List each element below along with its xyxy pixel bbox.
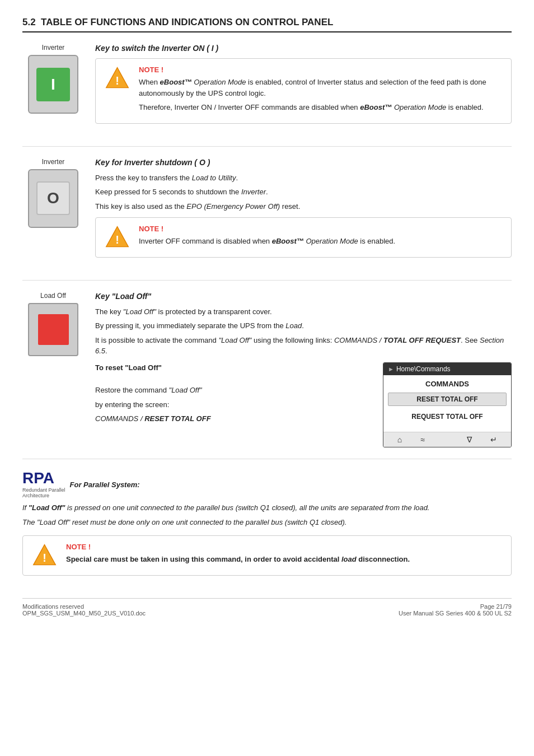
request-total-off-item: REQUEST TOTAL OFF [388, 410, 507, 423]
commands-screen-header: ► Home\Commands [383, 363, 511, 375]
rpa-note-box: ! NOTE ! Special care must be taken in u… [22, 535, 512, 576]
svg-text:!: ! [43, 552, 46, 564]
inverter-on-note-p1: When eBoost™ Operation Mode is enabled, … [139, 77, 502, 99]
footer-modifications: Modifications reserved [22, 603, 146, 610]
inverter-on-content: Key to switch the Inverter ON ( I ) ! NO… [95, 44, 512, 129]
load-off-reset-col: To reset "Load Off" Restore the command … [95, 362, 366, 447]
footer-doc-name: OPM_SGS_USM_M40_M50_2US_V010.doc [22, 610, 146, 617]
load-off-reset-text: Restore the command "Load Off" [95, 385, 366, 396]
footer-right: Page 21/79 User Manual SG Series 400 & 5… [399, 603, 512, 617]
commands-screen-footer: ⌂ ≈ ∇ ↵ [383, 432, 511, 447]
inverter-off-note-p: Inverter OFF command is disabled when eB… [139, 236, 395, 247]
inverter-on-key-image: Inverter I [22, 44, 84, 114]
rpa-logo: RPA Redundant Parallel Architecture For … [22, 470, 512, 500]
inverter-off-button: O [28, 169, 78, 228]
inverter-on-label: Inverter [42, 44, 65, 52]
inverter-off-label: Inverter [42, 158, 65, 166]
load-off-reset-text2: by entering the screen: [95, 399, 366, 410]
load-off-label: Load Off [40, 292, 66, 300]
signal-icon: ≈ [421, 435, 425, 444]
load-off-para1: The key "Load Off" is protected by a tra… [95, 306, 512, 318]
inverter-off-note-box: ! NOTE ! Inverter OFF command is disable… [95, 217, 512, 258]
rpa-para2: The "Load Off" reset must be done only o… [22, 517, 512, 528]
inverter-off-content: Key for Inverter shutdown ( O ) Press th… [95, 158, 512, 263]
rpa-note-text: NOTE ! Special care must be taken in usi… [66, 543, 410, 568]
inverter-off-note-text: NOTE ! Inverter OFF command is disabled … [139, 225, 395, 250]
footer-left: Modifications reserved OPM_SGS_USM_M40_M… [22, 603, 146, 617]
section-title: 5.2 TABLE OF FUNCTIONS AND INDICATIONS O… [22, 17, 512, 32]
inverter-on-block: Inverter I Key to switch the Inverter ON… [22, 44, 512, 129]
svg-text:!: ! [115, 74, 119, 87]
commands-title: COMMANDS [388, 380, 507, 388]
screen-header-text: Home\Commands [396, 365, 451, 373]
warning-icon-2: ! [105, 225, 130, 250]
inverter-off-block: Inverter O Key for Inverter shutdown ( O… [22, 158, 512, 263]
load-off-para3: It is possible to activate the command "… [95, 335, 512, 357]
rpa-para1: If "Load Off" is pressed on one unit con… [22, 502, 512, 514]
commands-screen-body: COMMANDS RESET TOTAL OFF REQUEST TOTAL O… [383, 375, 511, 432]
load-off-reset-path: COMMANDS / RESET TOTAL OFF [95, 413, 366, 424]
load-off-key-button [28, 303, 78, 356]
inverter-on-note-box: ! NOTE ! When eBoost™ Operation Mode is … [95, 58, 512, 124]
note-title: NOTE ! [139, 66, 502, 74]
rpa-subtitle: Redundant Parallel Architecture [22, 487, 65, 500]
inverter-on-note-text: NOTE ! When eBoost™ Operation Mode is en… [139, 66, 502, 116]
inverter-off-line1: Press the key to transfers the Load to U… [95, 172, 512, 184]
load-off-key-image: Load Off [22, 292, 84, 356]
screen-arrow-icon: ► [388, 366, 394, 372]
inverter-on-green-key: I [36, 68, 70, 101]
warning-icon: ! [105, 66, 130, 91]
rpa-logo-image: RPA Redundant Parallel Architecture [22, 470, 65, 500]
rpa-note-title: NOTE ! [66, 543, 410, 551]
empty-icon [444, 435, 448, 444]
footer-page: Page 21/79 [399, 603, 512, 610]
load-off-reset-heading: To reset "Load Off" [95, 363, 162, 372]
footer-manual-title: User Manual SG Series 400 & 500 UL S2 [399, 610, 512, 617]
inverter-on-button: I [28, 55, 78, 114]
reset-total-off-btn[interactable]: RESET TOTAL OFF [388, 393, 507, 406]
inverter-off-key-image: Inverter O [22, 158, 84, 228]
enter-icon: ↵ [490, 435, 497, 444]
load-off-bottom: To reset "Load Off" Restore the command … [95, 362, 512, 447]
load-off-heading: Key "Load Off" [95, 292, 512, 301]
inverter-on-note-p2: Therefore, Inverter ON / Inverter OFF co… [139, 102, 502, 113]
inverter-off-line2: Keep pressed for 5 seconds to shutdown t… [95, 186, 512, 198]
warning-icon-3: ! [32, 543, 57, 568]
page-footer: Modifications reserved OPM_SGS_USM_M40_M… [22, 598, 512, 617]
load-off-block: Load Off Key "Load Off" The key "Load Of… [22, 292, 512, 447]
rpa-heading: For Parallel System: [70, 480, 140, 489]
svg-text:!: ! [115, 234, 119, 246]
load-off-content: Key "Load Off" The key "Load Off" is pro… [95, 292, 512, 447]
note-title-2: NOTE ! [139, 225, 395, 233]
rpa-section: RPA Redundant Parallel Architecture For … [22, 470, 512, 576]
down-icon: ∇ [467, 435, 472, 444]
inverter-off-heading: Key for Inverter shutdown ( O ) [95, 158, 512, 167]
load-off-red-key [38, 314, 69, 345]
load-off-para2: By pressing it, you immediately separate… [95, 320, 512, 332]
commands-screen: ► Home\Commands COMMANDS RESET TOTAL OFF… [383, 362, 512, 447]
inverter-off-gray-key: O [36, 181, 70, 215]
rpa-note-p: Special care must be taken in using this… [66, 554, 410, 565]
inverter-on-heading: Key to switch the Inverter ON ( I ) [95, 44, 512, 53]
inverter-off-line3: This key is also used as the EPO (Emerge… [95, 201, 512, 212]
home-icon: ⌂ [397, 435, 402, 444]
